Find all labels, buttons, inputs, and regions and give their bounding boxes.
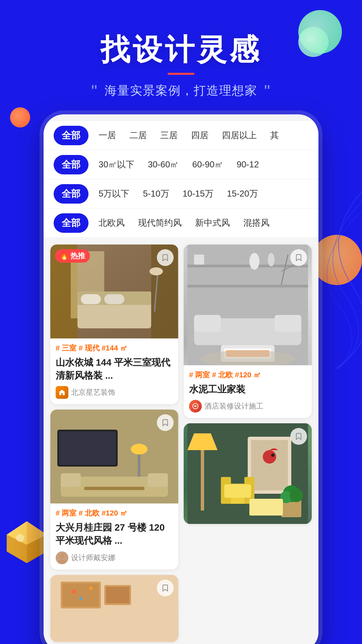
filter-tag-30below[interactable]: 30㎡以下 — [95, 156, 138, 173]
filter-row-style: 全部 北欧风 现代简约风 新中式风 混搭风 — [44, 209, 318, 238]
svg-rect-41 — [194, 255, 204, 265]
filter-tag-siju[interactable]: 四居 — [188, 127, 212, 144]
svg-rect-25 — [84, 487, 144, 490]
filter-tag-erju[interactable]: 二居 — [126, 127, 150, 144]
svg-point-24 — [131, 444, 147, 454]
card-3-image-wrap — [50, 410, 178, 503]
filter-row-room-type: 全部 一居 二居 三居 四居 四居以上 其 — [44, 121, 318, 150]
card-1-title: 山水依城 144 平米三室现代清新风格装 ... — [56, 356, 173, 382]
filter-tag-nordic[interactable]: 北欧风 — [95, 214, 128, 231]
filter-all-area[interactable]: 全部 — [54, 155, 88, 174]
filter-all-style[interactable]: 全部 — [54, 213, 88, 233]
fire-icon: 🔥 — [60, 252, 69, 260]
filter-tag-other[interactable]: 其 — [267, 127, 282, 144]
svg-rect-22 — [148, 473, 168, 487]
card-2-bookmark[interactable] — [290, 249, 307, 266]
card-1-author-logo — [56, 386, 68, 399]
card-2-tags: # 两室 # 北欧 #120 ㎡ — [189, 370, 306, 380]
card-1-bookmark[interactable] — [157, 249, 174, 266]
phone-mockup-container: 全部 一居 二居 三居 四居 四居以上 其 全部 30㎡以下 30-60㎡ 60… — [44, 114, 318, 644]
filter-tag-30-60[interactable]: 30-60㎡ — [144, 156, 182, 173]
svg-rect-19 — [59, 431, 116, 465]
filter-tag-60-90[interactable]: 60-90㎡ — [189, 156, 227, 173]
svg-rect-48 — [275, 315, 301, 332]
svg-point-27 — [58, 559, 66, 564]
svg-point-61 — [271, 453, 275, 457]
card-5-image-wrap — [50, 575, 178, 642]
filter-tag-yiju[interactable]: 一居 — [95, 127, 119, 144]
svg-rect-14 — [104, 294, 124, 304]
card-3-body: # 两室 # 北欧 #120 ㎡ 大兴月桂庄园 27 号楼 120 平米现代风格… — [50, 503, 178, 569]
card-3-author-name: 设计师戴安娜 — [71, 553, 115, 563]
phone-mockup: 全部 一居 二居 三居 四居 四居以上 其 全部 30㎡以下 30-60㎡ 60… — [44, 114, 318, 644]
svg-point-5 — [16, 534, 24, 542]
card-1[interactable]: 🔥 热推 # 三室 # 现代 #144 ㎡ 山水依城 144 — [50, 245, 178, 404]
card-3[interactable]: # 两室 # 北欧 #120 ㎡ 大兴月桂庄园 27 号楼 120 平米现代风格… — [50, 410, 178, 569]
left-column: 🔥 热推 # 三室 # 现代 #144 ㎡ 山水依城 144 — [50, 245, 178, 642]
svg-rect-31 — [62, 583, 99, 607]
filter-row-budget: 全部 5万以下 5-10万 10-15万 15-20万 — [44, 179, 318, 209]
filter-tag-10-15w[interactable]: 10-15万 — [179, 185, 217, 202]
svg-point-16 — [149, 267, 163, 275]
filter-row-area: 全部 30㎡以下 30-60㎡ 60-90㎡ 90-12 — [44, 150, 318, 179]
filter-tag-sanju[interactable]: 三居 — [157, 127, 181, 144]
card-3-author-logo — [56, 551, 68, 564]
header: 找设计灵感 " 海量实景案例，打造理想家 " — [0, 0, 362, 114]
svg-rect-59 — [251, 440, 288, 490]
card-3-title: 大兴月桂庄园 27 号楼 120 平米现代风格 ... — [56, 521, 173, 547]
content-area: 🔥 热推 # 三室 # 现代 #144 ㎡ 山水依城 144 — [44, 238, 318, 642]
card-4-bookmark[interactable] — [290, 428, 307, 445]
card-2-image-wrap — [184, 245, 312, 365]
filter-tag-90-120[interactable]: 90-12 — [233, 157, 262, 172]
svg-point-34 — [72, 590, 76, 594]
svg-rect-56 — [201, 450, 204, 511]
filter-tag-5w-below[interactable]: 5万以下 — [95, 185, 133, 202]
card-3-tags: # 两室 # 北欧 #120 ㎡ — [56, 508, 173, 518]
svg-point-36 — [79, 597, 82, 600]
card-4-image-wrap — [184, 423, 312, 524]
svg-rect-69 — [249, 499, 283, 516]
card-1-image-wrap: 🔥 热推 — [50, 245, 178, 338]
masonry-grid: 🔥 热推 # 三室 # 现代 #144 ㎡ 山水依城 144 — [50, 245, 312, 642]
svg-point-35 — [89, 587, 93, 590]
bg-decoration-circle-orange-2 — [312, 235, 362, 285]
svg-rect-13 — [81, 294, 101, 304]
svg-rect-33 — [106, 587, 129, 603]
card-1-body: # 三室 # 现代 #144 ㎡ 山水依城 144 平米三室现代清新风格装 ..… — [50, 338, 178, 404]
filter-all-budget[interactable]: 全部 — [54, 184, 88, 204]
card-2-author-name: 酒店装修设计施工 — [204, 401, 263, 411]
svg-rect-21 — [61, 473, 81, 487]
filter-tag-chinese[interactable]: 新中式风 — [192, 214, 233, 231]
page-title: 找设计灵感 — [0, 34, 362, 66]
right-column: # 两室 # 北欧 #120 ㎡ 水泥工业家装 酒店装修设计施工 — [184, 245, 312, 642]
filter-section: 全部 一居 二居 三居 四居 四居以上 其 全部 30㎡以下 30-60㎡ 60… — [44, 121, 318, 238]
card-2-author: 酒店装修设计施工 — [189, 400, 306, 413]
filter-tag-mix[interactable]: 混搭风 — [240, 214, 273, 231]
filter-all-room[interactable]: 全部 — [54, 126, 88, 145]
card-2-title: 水泥工业家装 — [189, 383, 306, 396]
filter-tag-15-20w[interactable]: 15-20万 — [224, 185, 261, 202]
card-5-bookmark[interactable] — [157, 580, 174, 596]
card-1-tags: # 三室 # 现代 #144 ㎡ — [56, 343, 173, 353]
filter-tag-modern[interactable]: 现代简约风 — [135, 214, 185, 231]
hot-badge: 🔥 热推 — [55, 249, 90, 263]
card-2[interactable]: # 两室 # 北欧 #120 ㎡ 水泥工业家装 酒店装修设计施工 — [184, 245, 312, 418]
card-3-bookmark[interactable] — [157, 414, 174, 431]
svg-point-42 — [249, 253, 259, 270]
card-2-author-logo — [189, 400, 202, 413]
page-subtitle: " 海量实景案例，打造理想家 " — [0, 82, 362, 101]
title-divider — [168, 73, 194, 75]
filter-tag-5-10w[interactable]: 5-10万 — [139, 185, 172, 202]
svg-rect-40 — [187, 285, 308, 287]
svg-point-26 — [59, 553, 65, 559]
svg-rect-47 — [194, 315, 221, 332]
card-1-author: 北京星艺装饰 — [56, 386, 173, 399]
svg-point-68 — [290, 489, 303, 502]
card-1-author-name: 北京星艺装饰 — [71, 387, 115, 397]
svg-point-60 — [263, 450, 276, 464]
card-4[interactable] — [184, 423, 312, 524]
card-5[interactable] — [50, 575, 178, 642]
quote-left-icon: " — [91, 82, 98, 101]
quote-right-icon: " — [264, 82, 271, 101]
filter-tag-siju-plus[interactable]: 四居以上 — [219, 127, 260, 144]
